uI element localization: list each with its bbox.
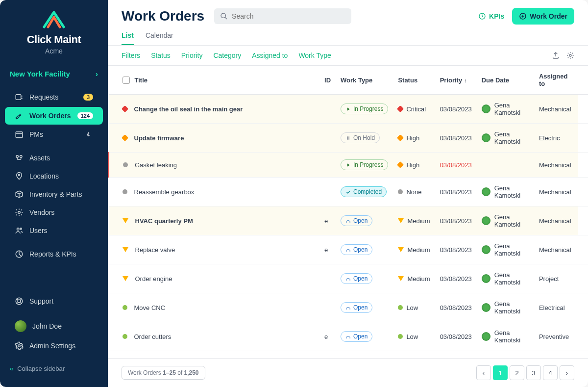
priority-icon bbox=[122, 189, 127, 194]
priority-label: Low bbox=[406, 304, 418, 311]
page-1[interactable]: 1 bbox=[493, 365, 508, 380]
table-row[interactable]: Move CNC Open Low 03/08/2023 Gena Kamots… bbox=[109, 293, 588, 322]
wo-id: e bbox=[319, 322, 336, 351]
table-row[interactable]: Planned maintenance of the loader Open L… bbox=[109, 351, 588, 359]
priority-icon bbox=[398, 276, 404, 281]
col-due[interactable]: Due Date bbox=[477, 66, 534, 95]
table-footer: Work Orders 1–25 of 1,250 ‹ 1 2 3 4 › bbox=[108, 358, 588, 387]
requests-icon bbox=[15, 93, 24, 102]
svg-point-11 bbox=[18, 345, 21, 347]
category: Electric bbox=[534, 124, 578, 153]
page-2[interactable]: 2 bbox=[510, 365, 524, 380]
export-icon[interactable] bbox=[552, 52, 560, 59]
priority-label: Medium bbox=[407, 275, 430, 283]
box-icon bbox=[15, 190, 24, 199]
facility-name: New York Facility bbox=[10, 70, 70, 78]
svg-point-7 bbox=[20, 228, 22, 230]
search-input[interactable] bbox=[232, 12, 345, 20]
table-row[interactable]: Replace valve e Open Medium 03/08/2023 G… bbox=[109, 235, 588, 264]
avatar bbox=[482, 245, 490, 254]
priority-icon bbox=[121, 134, 128, 141]
nav-assets[interactable]: Assets bbox=[5, 149, 103, 167]
nav-label: Reports & KPIs bbox=[29, 250, 93, 258]
settings-icon[interactable] bbox=[566, 52, 574, 59]
nav-label: PMs bbox=[29, 130, 83, 138]
col-title[interactable]: Title bbox=[135, 77, 148, 84]
table-row[interactable]: Reassemble gearbox Completed None 03/08/… bbox=[109, 178, 588, 206]
view-tabs: List Calendar bbox=[108, 25, 588, 46]
nav-requests[interactable]: Requests 3 bbox=[5, 88, 103, 106]
col-assigned[interactable]: Assigned to bbox=[534, 66, 578, 95]
nav-locations[interactable]: Locations bbox=[5, 167, 103, 185]
category: Electrical bbox=[534, 293, 578, 322]
svg-rect-0 bbox=[16, 95, 21, 100]
wo-id bbox=[319, 293, 336, 322]
assigned-name: Gena Kamotski bbox=[494, 130, 529, 145]
category: Mechanical bbox=[534, 206, 578, 235]
select-all-checkbox[interactable] bbox=[122, 77, 130, 84]
assigned-name: Gena Kamotski bbox=[494, 102, 529, 116]
assigned-name: Gena Kamotski bbox=[494, 329, 529, 344]
priority-icon bbox=[397, 161, 404, 168]
wo-id bbox=[319, 153, 336, 178]
logo-icon bbox=[39, 10, 69, 29]
due-date: 03/08/2023 bbox=[435, 206, 477, 235]
page-3[interactable]: 3 bbox=[526, 365, 541, 380]
nav-current-user[interactable]: John Doe bbox=[5, 316, 103, 336]
col-id[interactable]: ID bbox=[319, 66, 336, 95]
badge: 124 bbox=[77, 112, 93, 119]
svg-rect-1 bbox=[16, 132, 23, 138]
table-row[interactable]: Change the oil seal in the main gear In … bbox=[109, 95, 588, 124]
nav-support[interactable]: Support bbox=[5, 292, 103, 310]
search-box[interactable] bbox=[214, 8, 351, 24]
nav-vendors[interactable]: Vendors bbox=[5, 204, 103, 221]
nav-admin-settings[interactable]: Admin Settings bbox=[5, 337, 103, 355]
table-row[interactable]: Order engine Open Medium 03/08/2023 Gena… bbox=[109, 264, 588, 293]
facility-selector[interactable]: New York Facility › bbox=[0, 65, 108, 83]
tab-calendar[interactable]: Calendar bbox=[146, 28, 173, 45]
calendar-icon bbox=[15, 130, 24, 139]
nav-pms[interactable]: PMs 4 bbox=[5, 126, 103, 143]
filter-filters[interactable]: Filters bbox=[122, 52, 140, 59]
nav-users[interactable]: Users bbox=[5, 222, 103, 239]
due-date: 03/08/2023 bbox=[435, 178, 477, 206]
kpis-link[interactable]: KPIs bbox=[478, 12, 504, 20]
wo-title: Gasket leaking bbox=[135, 161, 177, 169]
nav-inventory[interactable]: Inventory & Parts bbox=[5, 185, 103, 203]
priority-icon bbox=[123, 162, 128, 167]
category: Mechanical bbox=[534, 178, 578, 206]
table-row[interactable]: Order cutters e Open Low 03/08/2023 Gena… bbox=[109, 322, 588, 351]
filter-assigned[interactable]: Assigned to bbox=[252, 52, 288, 59]
due-date: 03/08/2023 bbox=[435, 351, 477, 359]
category: Project bbox=[534, 264, 578, 293]
filter-category[interactable]: Category bbox=[213, 52, 241, 59]
new-work-order-button[interactable]: Work Order bbox=[512, 8, 574, 25]
table-row[interactable]: HVAC quarterly PM e Open Medium 03/08/20… bbox=[109, 206, 588, 235]
priority-icon bbox=[397, 134, 404, 141]
nav-reports[interactable]: Reports & KPIs bbox=[5, 245, 103, 263]
table-row[interactable]: Gasket leaking In Progress High 03/08/20… bbox=[109, 153, 588, 178]
lifebuoy-icon bbox=[15, 297, 24, 306]
avatar bbox=[482, 104, 490, 113]
nav-work-orders[interactable]: Work Orders 124 bbox=[5, 107, 103, 125]
org-name: Acme bbox=[0, 47, 108, 55]
table-row[interactable]: Update firmware On Hold High 03/08/2023 … bbox=[109, 124, 588, 153]
col-status[interactable]: Status bbox=[393, 66, 435, 95]
wo-id: e bbox=[319, 206, 336, 235]
assigned-name: Gena Kamotski bbox=[494, 213, 529, 228]
tab-list[interactable]: List bbox=[122, 28, 134, 45]
col-priority[interactable]: Priority↑ bbox=[435, 66, 477, 95]
nav-label: Locations bbox=[29, 172, 93, 180]
col-worktype[interactable]: Work Type bbox=[336, 66, 393, 95]
page-next[interactable]: › bbox=[560, 365, 574, 380]
page-4[interactable]: 4 bbox=[543, 365, 558, 380]
nav-label: Admin Settings bbox=[29, 342, 93, 350]
avatar bbox=[482, 187, 490, 196]
nav-label: Support bbox=[29, 297, 93, 305]
priority-label: High bbox=[406, 134, 419, 142]
filter-priority[interactable]: Priority bbox=[181, 52, 203, 59]
collapse-sidebar[interactable]: « Collapse sidebar bbox=[0, 360, 108, 377]
filter-status[interactable]: Status bbox=[151, 52, 171, 59]
page-prev[interactable]: ‹ bbox=[476, 365, 491, 380]
filter-worktype[interactable]: Work Type bbox=[298, 52, 331, 59]
